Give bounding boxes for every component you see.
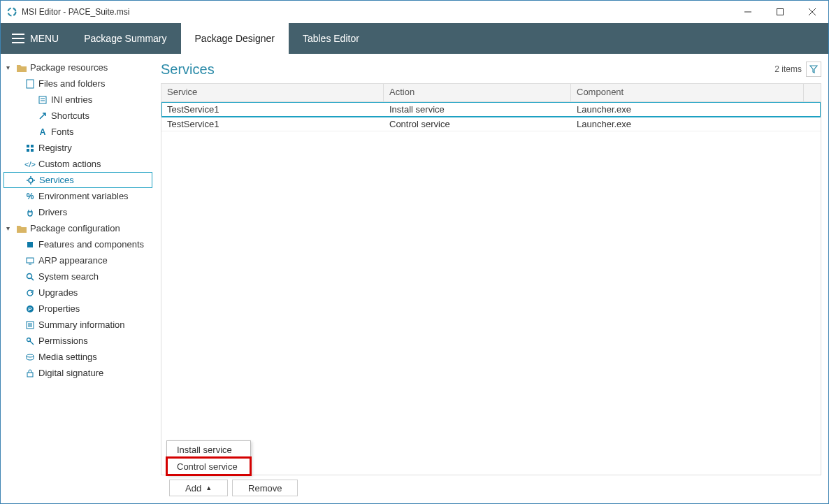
sidebar-item-environment-variables[interactable]: % Environment variables bbox=[3, 188, 155, 204]
sidebar-item-arp-appearance[interactable]: ARP appearance bbox=[3, 252, 155, 268]
puzzle-icon bbox=[24, 240, 36, 249]
sidebar-item-permissions[interactable]: Permissions bbox=[3, 333, 155, 349]
sidebar-item-ini-entries[interactable]: INI entries bbox=[3, 92, 155, 108]
svg-rect-11 bbox=[27, 149, 29, 152]
svg-rect-9 bbox=[27, 145, 29, 147]
gear-icon bbox=[25, 176, 36, 185]
popup-item-install-service[interactable]: Install service bbox=[167, 441, 250, 458]
sidebar-item-properties[interactable]: P Properties bbox=[3, 301, 155, 317]
svg-rect-10 bbox=[31, 145, 34, 147]
hamburger-icon bbox=[12, 38, 24, 39]
svg-line-30 bbox=[30, 341, 34, 345]
folder-icon bbox=[16, 64, 27, 72]
sidebar-item-drivers[interactable]: Drivers bbox=[3, 204, 155, 220]
ini-icon bbox=[37, 96, 48, 104]
add-button[interactable]: Add ▲ bbox=[169, 480, 228, 496]
sidebar-item-media-settings[interactable]: Media settings bbox=[3, 349, 155, 365]
col-action[interactable]: Action bbox=[384, 84, 571, 101]
main-header: Services 2 items bbox=[161, 58, 821, 80]
maximize-button[interactable] bbox=[764, 1, 796, 23]
svg-rect-19 bbox=[27, 258, 34, 263]
sidebar-item-digital-signature[interactable]: Digital signature bbox=[3, 365, 155, 381]
sidebar-item-shortcuts[interactable]: Shortcuts bbox=[3, 108, 155, 124]
filter-button[interactable] bbox=[806, 62, 821, 77]
svg-point-21 bbox=[27, 273, 32, 278]
caret-down-icon: ▾ bbox=[6, 224, 13, 232]
sidebar-item-fonts[interactable]: A Fonts bbox=[3, 124, 155, 140]
lock-icon bbox=[24, 369, 36, 377]
sidebar-item-registry[interactable]: Registry bbox=[3, 140, 155, 156]
media-icon bbox=[24, 353, 36, 361]
folder-icon bbox=[16, 224, 27, 233]
add-popup-menu: Install service Control service bbox=[166, 440, 251, 475]
summary-icon bbox=[24, 321, 36, 329]
tab-package-designer[interactable]: Package Designer bbox=[181, 23, 289, 54]
svg-line-22 bbox=[31, 278, 34, 280]
table-row[interactable]: TestService1 Control service Launcher.ex… bbox=[161, 117, 821, 131]
window-controls bbox=[732, 1, 828, 23]
registry-icon bbox=[24, 144, 36, 152]
sidebar: ▾ Package resources Files and folders IN… bbox=[1, 54, 158, 503]
tab-tables-editor[interactable]: Tables Editor bbox=[289, 23, 373, 54]
menubar: MENU Package Summary Package Designer Ta… bbox=[1, 23, 828, 54]
button-row: Add ▲ Remove bbox=[161, 475, 821, 496]
menu-label: MENU bbox=[30, 33, 59, 44]
window-title: MSI Editor - PACE_Suite.msi bbox=[22, 7, 130, 17]
sidebar-item-system-search[interactable]: System search bbox=[3, 268, 155, 285]
svg-rect-5 bbox=[27, 80, 34, 88]
svg-point-31 bbox=[27, 354, 34, 357]
sidebar-item-summary-information[interactable]: Summary information bbox=[3, 317, 155, 333]
table-row[interactable]: TestService1 Install service Launcher.ex… bbox=[161, 102, 821, 117]
close-button[interactable] bbox=[796, 1, 828, 23]
titlebar: MSI Editor - PACE_Suite.msi bbox=[1, 1, 828, 23]
caret-down-icon: ▾ bbox=[6, 64, 13, 71]
arrow-up-icon: ▲ bbox=[206, 484, 212, 491]
minimize-button[interactable] bbox=[732, 1, 764, 23]
font-icon: A bbox=[37, 127, 48, 137]
tree-group-package-resources[interactable]: ▾ Package resources bbox=[3, 59, 155, 75]
table-header: Service Action Component bbox=[161, 84, 821, 102]
services-table: Service Action Component TestService1 In… bbox=[161, 83, 821, 475]
svg-text:P: P bbox=[28, 306, 32, 312]
col-service[interactable]: Service bbox=[161, 84, 384, 101]
monitor-icon bbox=[24, 257, 36, 265]
sidebar-item-services[interactable]: Services bbox=[3, 172, 152, 188]
svg-point-0 bbox=[8, 8, 16, 16]
svg-rect-32 bbox=[27, 373, 33, 377]
tab-package-summary[interactable]: Package Summary bbox=[70, 23, 180, 54]
svg-rect-2 bbox=[777, 9, 784, 15]
main-panel: Services 2 items Service Action Componen… bbox=[158, 54, 828, 503]
item-count: 2 items bbox=[774, 64, 802, 74]
sidebar-item-features-and-components[interactable]: Features and components bbox=[3, 236, 155, 252]
svg-point-29 bbox=[27, 338, 31, 341]
col-spacer bbox=[804, 84, 821, 101]
sidebar-item-files-and-folders[interactable]: Files and folders bbox=[3, 75, 155, 92]
percent-icon: % bbox=[24, 192, 36, 201]
menu-button[interactable]: MENU bbox=[1, 23, 70, 54]
popup-item-control-service[interactable]: Control service bbox=[167, 458, 250, 475]
code-icon: </> bbox=[24, 160, 36, 168]
key-icon bbox=[24, 337, 36, 345]
table-body: TestService1 Install service Launcher.ex… bbox=[161, 102, 821, 475]
file-icon bbox=[24, 79, 36, 89]
svg-point-13 bbox=[29, 178, 33, 182]
shortcut-icon bbox=[37, 112, 48, 120]
col-component[interactable]: Component bbox=[571, 84, 804, 101]
svg-rect-6 bbox=[39, 96, 46, 103]
svg-rect-18 bbox=[27, 242, 33, 247]
page-title: Services bbox=[161, 62, 215, 78]
refresh-icon bbox=[24, 289, 36, 297]
tree-group-package-configuration[interactable]: ▾ Package configuration bbox=[3, 220, 155, 236]
remove-button[interactable]: Remove bbox=[232, 480, 298, 496]
props-icon: P bbox=[24, 305, 36, 313]
sidebar-item-upgrades[interactable]: Upgrades bbox=[3, 285, 155, 301]
sidebar-item-custom-actions[interactable]: </> Custom actions bbox=[3, 156, 155, 172]
svg-rect-12 bbox=[31, 149, 34, 152]
plug-icon bbox=[24, 208, 36, 217]
search-icon bbox=[24, 273, 36, 281]
app-icon bbox=[6, 6, 17, 17]
